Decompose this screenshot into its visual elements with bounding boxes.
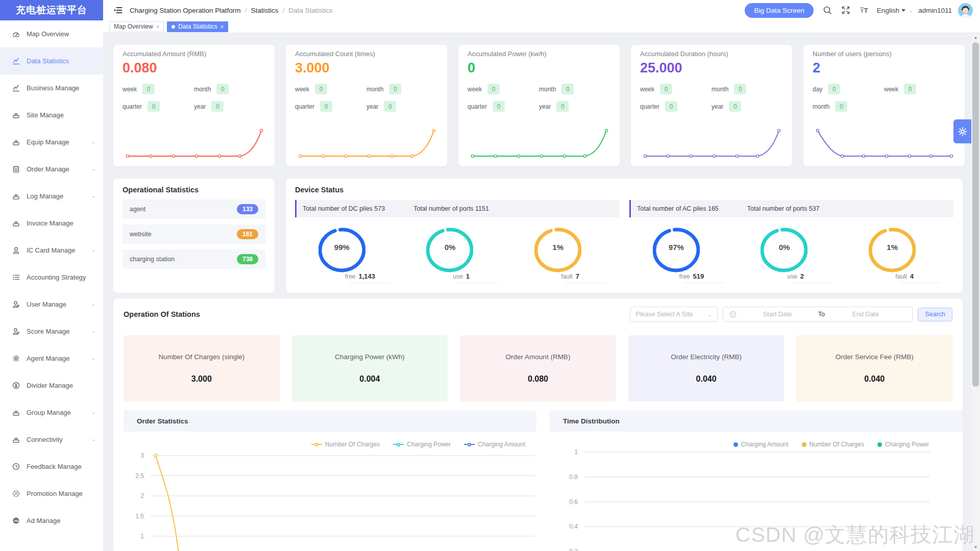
gauge-icon bbox=[12, 30, 20, 38]
sidebar-item-invoice-manage[interactable]: Invoice Manage bbox=[0, 210, 103, 237]
stat-badge-label: year bbox=[366, 103, 378, 110]
search-button[interactable]: Search bbox=[918, 308, 952, 321]
date-range-picker[interactable]: Start Date To End Date bbox=[723, 307, 913, 322]
sidebar-item-promotion-manage[interactable]: Promotion Manage bbox=[0, 480, 103, 507]
fullscreen-icon[interactable] bbox=[841, 6, 850, 15]
operational-row-badge: 133 bbox=[237, 204, 258, 214]
stat-badge-value: 0 bbox=[561, 84, 574, 94]
legend-ring-icon bbox=[393, 443, 404, 446]
big-data-screen-button[interactable]: Big Data Screen bbox=[745, 3, 813, 18]
sidebar-item-connectivity[interactable]: Connectivity⌄ bbox=[0, 426, 103, 453]
tab-close-icon[interactable]: × bbox=[156, 23, 159, 30]
tab-map-overview[interactable]: Map Overview× bbox=[109, 21, 164, 32]
stat-badge-value: 0 bbox=[216, 84, 229, 94]
sidebar-item-label: Site Manage bbox=[27, 111, 96, 119]
quick-settings-button[interactable] bbox=[953, 119, 971, 143]
sidebar-item-equip-manage[interactable]: Equip Manage⌄ bbox=[0, 129, 103, 156]
donut-chart: 97%free519 bbox=[653, 226, 714, 286]
donut-row: 99%free1,1430%use11%fault7 bbox=[295, 226, 619, 286]
start-date-input[interactable]: Start Date bbox=[737, 311, 818, 318]
stat-badge-value: 0 bbox=[487, 84, 500, 94]
tab-label: Map Overview bbox=[114, 23, 153, 30]
legend-item[interactable]: Number Of Charges bbox=[802, 441, 864, 448]
scrollbar-thumb[interactable] bbox=[972, 42, 979, 387]
sidebar-item-agent-manage[interactable]: Agent Manage⌄ bbox=[0, 345, 103, 372]
stat-cards-row: Accumulated Amount (RMB)0.080week0month0… bbox=[113, 45, 963, 166]
donut-value: 519 bbox=[693, 272, 704, 280]
donut-row: 97%free5190%use21%fault4 bbox=[629, 226, 953, 286]
sidebar-item-group-manage[interactable]: Group Manage⌄ bbox=[0, 399, 103, 426]
legend-item[interactable]: Charging Power bbox=[877, 441, 929, 448]
stat-card-title: Accumulated Power (kw/h) bbox=[468, 50, 610, 58]
legend-item[interactable]: Charging Amount bbox=[733, 441, 789, 448]
site-select[interactable]: Please Select A Site ⌄ bbox=[630, 307, 718, 322]
stat-badge-label: year bbox=[194, 103, 206, 110]
stat-badge-label: month bbox=[712, 86, 728, 93]
svg-text:0.8: 0.8 bbox=[569, 473, 578, 481]
operational-row-label: website bbox=[130, 231, 151, 238]
stat-card-title: Accumulated Count (times) bbox=[295, 50, 438, 58]
sidebar-item-ic-card-manage[interactable]: IC Card Manage⌄ bbox=[0, 237, 103, 264]
piles-total-label: Total number of DC piles 573 bbox=[303, 205, 385, 212]
scrollbar[interactable]: ▲ ▼ bbox=[971, 33, 980, 551]
stat-card-title: Accumulated Amount (RMB) bbox=[122, 50, 265, 58]
notebook-icon bbox=[12, 165, 20, 173]
donut-label: free519 bbox=[679, 272, 704, 280]
sidebar-item-ad-manage[interactable]: ADAd Manage bbox=[0, 507, 103, 534]
scroll-down-arrow[interactable]: ▼ bbox=[971, 543, 980, 551]
donut-chart: 0%use2 bbox=[761, 226, 822, 286]
donut-percent: 0% bbox=[761, 243, 807, 252]
username[interactable]: admin1011 bbox=[918, 7, 952, 14]
stat-badge-label: quarter bbox=[122, 103, 142, 110]
sidebar-item-divider-manage[interactable]: Divider Manage bbox=[0, 372, 103, 399]
metric-tile: Order Amount (RMB)0.080 bbox=[460, 335, 616, 402]
language-selector[interactable]: English bbox=[877, 7, 905, 14]
sidebar-item-log-manage[interactable]: Log Manage⌄ bbox=[0, 183, 103, 210]
sidebar-item-map-overview[interactable]: Map Overview bbox=[0, 20, 103, 47]
legend-label: Charging Amount bbox=[478, 441, 525, 448]
tab-data-statistics[interactable]: Data Statistics× bbox=[167, 21, 228, 32]
sidebar-item-feedback-manage[interactable]: ?Feedback Manage bbox=[0, 453, 103, 480]
stat-badge-value: 0 bbox=[315, 84, 327, 94]
stat-badge-label: quarter bbox=[640, 103, 659, 110]
stat-card-title: Accumulated Duration (hours) bbox=[640, 50, 783, 58]
sidebar-item-site-manage[interactable]: Site Manage bbox=[0, 102, 103, 129]
chart-banner: Order Statistics bbox=[124, 410, 536, 432]
stat-badge: week0 bbox=[122, 84, 194, 94]
end-date-input[interactable]: End Date bbox=[825, 311, 906, 318]
panel-title: Operation Of Stations bbox=[124, 310, 200, 318]
sidebar-item-accounting-strategy[interactable]: Accounting Strategy bbox=[0, 264, 103, 291]
avatar[interactable] bbox=[958, 3, 973, 18]
scroll-up-arrow[interactable]: ▲ bbox=[971, 33, 980, 41]
tab-close-icon[interactable]: × bbox=[220, 23, 224, 30]
sidebar-item-label: Data Statistics bbox=[27, 57, 96, 65]
legend-item[interactable]: Charging Amount bbox=[464, 441, 525, 448]
font-size-icon[interactable]: T T bbox=[860, 6, 869, 15]
chevron-down-icon: ⌄ bbox=[909, 7, 913, 14]
stat-badge: week0 bbox=[468, 84, 539, 94]
stat-card: Accumulated Duration (hours)25.000week0m… bbox=[631, 45, 792, 166]
sidebar-item-data-statistics[interactable]: Data Statistics bbox=[0, 47, 103, 74]
breadcrumb-item[interactable]: Charging Station Operation Platform bbox=[130, 7, 241, 14]
device-status-header: Total number of DC piles 573Total number… bbox=[295, 200, 619, 217]
station-metric-tiles: Number Of Charges (single)3.000Charging … bbox=[118, 335, 958, 402]
stat-badge-label: week bbox=[468, 86, 482, 93]
donut-value: 7 bbox=[576, 272, 579, 280]
stat-badge-value: 0 bbox=[660, 84, 672, 94]
donut-chart: 1%fault7 bbox=[534, 226, 596, 286]
collapse-menu-icon[interactable] bbox=[113, 6, 122, 14]
legend-item[interactable]: Number Of Charges bbox=[311, 441, 380, 448]
svg-text:T: T bbox=[861, 9, 864, 14]
question-icon: ? bbox=[12, 463, 20, 470]
breadcrumb-item[interactable]: Statistics bbox=[251, 7, 278, 14]
stat-badge: week0 bbox=[295, 84, 366, 94]
sidebar-item-user-manage[interactable]: User Manage⌄ bbox=[0, 291, 103, 318]
sidebar-item-score-manage[interactable]: Score Manage⌄ bbox=[0, 318, 103, 345]
device-status-group: Total number of DC piles 573Total number… bbox=[295, 200, 619, 286]
sidebar-item-business-manage[interactable]: Business Manage bbox=[0, 74, 103, 102]
ports-total-label: Total number of ports 1151 bbox=[413, 205, 489, 212]
search-icon[interactable] bbox=[823, 6, 832, 15]
svg-text:1: 1 bbox=[574, 448, 578, 456]
sidebar-item-order-manage[interactable]: Order Manage⌄ bbox=[0, 156, 103, 183]
legend-item[interactable]: Charging Power bbox=[393, 441, 451, 448]
